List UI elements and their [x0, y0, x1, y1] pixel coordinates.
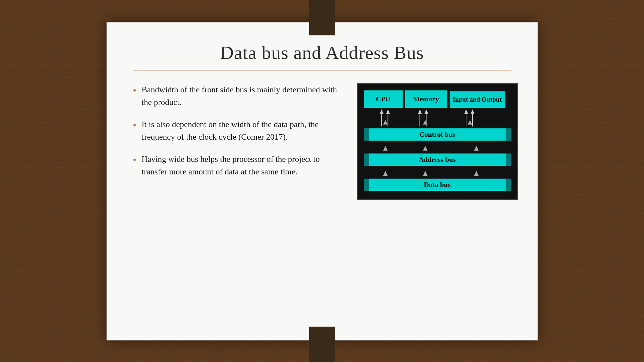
control-bus-bar: Control bus [369, 128, 506, 141]
pole-top [309, 0, 335, 35]
svg-marker-13 [423, 120, 427, 125]
up-arrows [364, 108, 511, 127]
svg-marker-20 [474, 171, 479, 176]
svg-marker-6 [424, 109, 428, 114]
memory-box: Memory [405, 90, 447, 108]
svg-marker-18 [383, 171, 387, 176]
address-bus-row: Address bus [364, 153, 511, 166]
bullet-3: Having wide bus helps the processor of t… [133, 153, 344, 178]
svg-marker-2 [386, 109, 390, 114]
data-bus-bar: Data bus [369, 179, 506, 191]
control-bus-row: Control bus [364, 128, 511, 141]
pole-bottom [309, 327, 335, 362]
bullet-list: Bandwidth of the front side bus is mainl… [133, 83, 344, 188]
data-bus-right [506, 179, 511, 191]
component-row: CPU Memory Input and Output [364, 90, 511, 108]
bullet-2: It is also dependent on the width of the… [133, 118, 344, 143]
address-bus-bar: Address bus [369, 153, 506, 166]
svg-marker-15 [383, 146, 387, 151]
control-bus-left [364, 128, 369, 141]
svg-marker-14 [468, 120, 472, 125]
svg-marker-0 [379, 109, 384, 114]
svg-marker-17 [474, 146, 479, 151]
svg-marker-10 [471, 109, 475, 114]
svg-marker-12 [383, 120, 387, 125]
data-bus-row: Data bus [364, 179, 511, 191]
io-box: Input and Output [450, 91, 505, 108]
control-bus-right [506, 128, 511, 141]
diagram: CPU Memory Input and Output [357, 83, 518, 200]
svg-marker-8 [464, 109, 468, 114]
address-bus-left [364, 153, 369, 166]
mid-arrows-1 [364, 143, 511, 152]
cpu-box: CPU [364, 90, 403, 108]
mid-arrows-2 [364, 168, 511, 177]
svg-marker-16 [423, 146, 427, 151]
slide: Data bus and Address Bus Bandwidth of th… [107, 22, 538, 340]
bullet-1: Bandwidth of the front side bus is mainl… [133, 83, 344, 108]
svg-marker-19 [423, 171, 427, 176]
svg-marker-4 [418, 109, 422, 114]
content-area: Bandwidth of the front side bus is mainl… [107, 70, 537, 206]
data-bus-left [364, 179, 369, 191]
address-bus-right [506, 153, 511, 166]
